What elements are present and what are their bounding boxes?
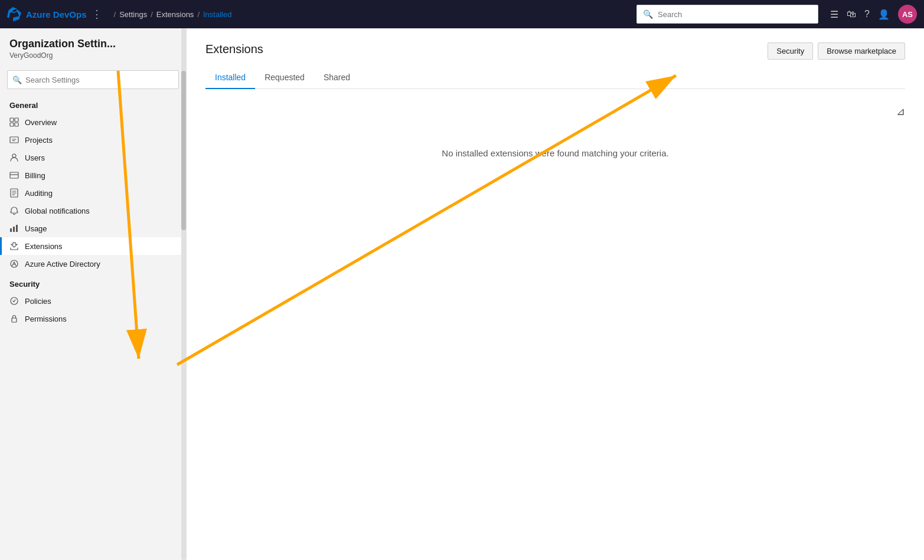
browse-marketplace-button[interactable]: Browse marketplace — [818, 42, 905, 60]
section-general-label: General — [0, 94, 186, 113]
sidebar-item-permissions[interactable]: Permissions — [0, 310, 186, 328]
overview-icon — [9, 117, 19, 127]
usage-label: Usage — [25, 224, 47, 233]
more-options-icon[interactable]: ⋮ — [92, 8, 102, 21]
policies-icon — [9, 296, 19, 306]
tabs: Installed Requested Shared — [205, 67, 905, 89]
extensions-icon — [9, 241, 19, 251]
extensions-label: Extensions — [25, 242, 63, 251]
permissions-icon — [9, 314, 19, 323]
org-subtitle: VeryGoodOrg — [9, 51, 177, 60]
sidebar-item-azure-active-directory[interactable]: Azure Active Directory — [0, 255, 186, 273]
sidebar-item-extensions[interactable]: Extensions — [0, 237, 186, 255]
tab-shared[interactable]: Shared — [314, 67, 360, 89]
content-area: Extensions Security Browse marketplace I… — [187, 28, 924, 560]
sidebar-header: Organization Settin... VeryGoodOrg — [0, 28, 186, 64]
help-icon[interactable]: ? — [864, 9, 870, 19]
auditing-icon — [9, 188, 19, 198]
billing-icon — [9, 171, 19, 180]
account-icon[interactable]: 👤 — [878, 9, 890, 20]
notifications-icon — [9, 206, 19, 215]
svg-rect-9 — [13, 227, 15, 232]
overview-label: Overview — [25, 118, 57, 127]
billing-label: Billing — [25, 171, 45, 180]
auditing-label: Auditing — [25, 189, 53, 198]
sidebar-item-users[interactable]: Users — [0, 149, 186, 166]
aad-icon — [9, 259, 19, 268]
global-search[interactable]: 🔍 — [636, 5, 818, 24]
search-icon: 🔍 — [643, 9, 653, 19]
topbar: Azure DevOps ⋮ / Settings / Extensions /… — [0, 0, 924, 28]
sidebar-item-auditing[interactable]: Auditing — [0, 184, 186, 202]
topbar-actions: ☰ 🛍 ? 👤 AS — [830, 5, 917, 24]
breadcrumb: / Settings / Extensions / Installed — [114, 10, 232, 19]
svg-rect-10 — [16, 225, 18, 232]
sidebar-item-usage[interactable]: Usage — [0, 220, 186, 237]
app-name: Azure DevOps — [26, 9, 87, 19]
svg-rect-3 — [15, 123, 18, 126]
security-button[interactable]: Security — [768, 42, 813, 60]
breadcrumb-current: Installed — [203, 10, 231, 19]
main-layout: Organization Settin... VeryGoodOrg 🔍 Gen… — [0, 28, 924, 560]
svg-point-5 — [12, 154, 16, 158]
permissions-label: Permissions — [25, 315, 67, 323]
avatar[interactable]: AS — [898, 5, 917, 24]
svg-rect-1 — [15, 118, 18, 122]
projects-icon — [9, 135, 19, 145]
sidebar-item-billing[interactable]: Billing — [0, 166, 186, 184]
breadcrumb-extensions[interactable]: Extensions — [156, 10, 194, 19]
sidebar-nav: General Overview Projects Users — [0, 94, 186, 560]
empty-message: No installed extensions were found match… — [205, 148, 905, 158]
svg-rect-0 — [10, 118, 14, 122]
svg-rect-13 — [12, 318, 17, 322]
org-title: Organization Settin... — [9, 38, 177, 50]
sidebar-search-input[interactable] — [25, 76, 174, 84]
filter-icon[interactable]: ⊿ — [896, 105, 905, 118]
azure-devops-logo[interactable]: Azure DevOps — [7, 7, 87, 21]
tab-requested[interactable]: Requested — [255, 67, 314, 89]
sidebar-item-policies[interactable]: Policies — [0, 292, 186, 310]
section-security-label: Security — [0, 273, 186, 292]
svg-rect-2 — [10, 123, 14, 126]
sidebar-item-overview[interactable]: Overview — [0, 113, 186, 131]
breadcrumb-settings[interactable]: Settings — [119, 10, 147, 19]
svg-rect-8 — [10, 228, 12, 232]
policies-label: Policies — [25, 297, 51, 306]
search-input[interactable] — [658, 10, 812, 19]
list-icon[interactable]: ☰ — [830, 9, 838, 20]
sidebar-item-global-notifications[interactable]: Global notifications — [0, 202, 186, 220]
tab-installed[interactable]: Installed — [205, 67, 255, 89]
bag-icon[interactable]: 🛍 — [847, 9, 856, 19]
aad-label: Azure Active Directory — [25, 260, 100, 268]
svg-rect-4 — [10, 137, 18, 143]
users-label: Users — [25, 153, 45, 162]
users-icon — [9, 153, 19, 162]
sidebar-scrollbar-thumb — [181, 71, 186, 230]
content-actions: Security Browse marketplace — [768, 42, 905, 60]
sidebar-search[interactable]: 🔍 — [7, 70, 179, 89]
usage-icon — [9, 224, 19, 233]
sidebar: Organization Settin... VeryGoodOrg 🔍 Gen… — [0, 28, 187, 560]
projects-label: Projects — [25, 136, 53, 145]
svg-rect-6 — [10, 172, 18, 178]
sidebar-search-icon: 🔍 — [12, 76, 22, 84]
sidebar-scrollbar[interactable] — [181, 28, 186, 560]
sidebar-item-projects[interactable]: Projects — [0, 131, 186, 149]
global-notifications-label: Global notifications — [25, 207, 90, 215]
